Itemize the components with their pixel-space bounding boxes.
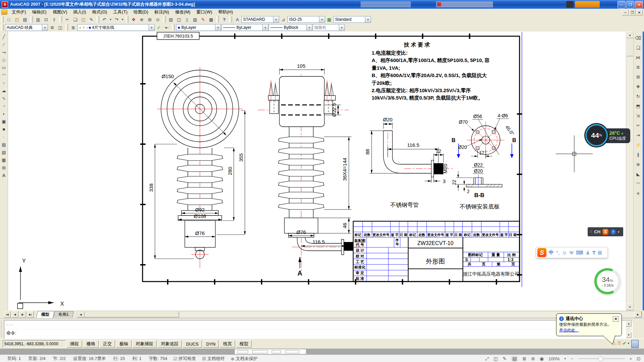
tab-prev-button[interactable]: ◀ xyxy=(11,311,18,318)
dyn-toggle[interactable]: DYN xyxy=(203,340,219,348)
layer-previous-button[interactable]: ⇤ xyxy=(163,24,171,32)
menu-format[interactable]: 格式(O) xyxy=(89,9,110,15)
text-style-combo[interactable]: STANDARD xyxy=(241,16,279,23)
sogou-toolbar[interactable]: S 中 °, ☺ Ψ ⌨ ♟ T ⊞ xyxy=(536,247,608,258)
join-button[interactable]: ⊕ xyxy=(634,161,642,168)
make-layer-current-button[interactable]: ✓ xyxy=(155,24,163,32)
coordinate-readout[interactable]: 5416.3951, -683.3288, 0.0000 xyxy=(3,340,66,348)
cpu-usage-gauge[interactable]: 44% xyxy=(585,124,608,146)
plot-style-combo[interactable]: 随颜色 xyxy=(313,24,345,31)
text-style-combo-arrow[interactable] xyxy=(273,16,279,22)
otrack-toggle[interactable]: 对象追踪 xyxy=(158,340,182,348)
zoom-in-button[interactable]: + xyxy=(630,356,632,361)
menu-draw[interactable]: 绘图(D) xyxy=(130,9,151,15)
wps-word-count[interactable]: 字数: 754 xyxy=(149,356,167,362)
layer-combo-arrow[interactable] xyxy=(149,24,154,31)
command-text-area[interactable]: . . . 命令: ▲ ▼ xyxy=(4,320,633,339)
dim-style-combo[interactable]: ISO-25 xyxy=(287,16,325,23)
toolbox-grid-icon[interactable]: ⊞ xyxy=(598,250,602,256)
polyline-button[interactable]: ↝ xyxy=(0,48,8,56)
scroll-up-arrow[interactable]: ▲ xyxy=(626,32,634,38)
chinese-mode-icon[interactable]: 中 xyxy=(549,249,554,256)
grid-toggle[interactable]: 栅格 xyxy=(83,340,99,348)
zoom-slider[interactable] xyxy=(578,358,625,359)
redo-dropdown[interactable]: ▾ xyxy=(121,18,124,21)
menu-tools[interactable]: 工具(T) xyxy=(110,9,130,15)
emoji-icon[interactable]: ☺ xyxy=(562,250,567,255)
network-speed-widget[interactable]: 34% ↓ 0.1K/s xyxy=(594,268,621,294)
menu-insert[interactable]: 插入(I) xyxy=(70,9,89,15)
redo-button[interactable]: ↷ xyxy=(113,16,120,23)
menu-window[interactable]: 窗口(W) xyxy=(194,9,215,15)
zoom-realtime-button[interactable]: ⊕ xyxy=(138,16,146,23)
overlay-tool-button[interactable] xyxy=(566,1,574,8)
undo-button[interactable]: ↶ xyxy=(101,16,108,23)
chamfer-button[interactable]: ◣ xyxy=(634,170,642,178)
array-button[interactable]: ⊞ xyxy=(634,73,642,81)
rotate-button[interactable]: ↻ xyxy=(634,93,642,100)
command-scroll-up[interactable]: ▲ xyxy=(626,321,632,326)
model-space-toggle[interactable]: 模型 xyxy=(236,340,252,348)
command-scroll-down[interactable]: ▼ xyxy=(626,332,632,338)
wps-proofread[interactable]: 文档校对 xyxy=(207,356,225,362)
scale-button[interactable]: ⬒ xyxy=(634,102,642,110)
outline-view-icon[interactable]: ≣ xyxy=(523,356,527,361)
workspace-combo-arrow[interactable] xyxy=(42,24,48,31)
command-window-grip[interactable] xyxy=(1,320,3,338)
hatch-button[interactable]: ▨ xyxy=(0,141,8,148)
linetype-combo[interactable]: ——— ByLayer xyxy=(221,24,268,31)
layer-combo[interactable]: ● ☀ ▪ ■ 4尺寸细实线 xyxy=(77,24,155,31)
wps-spellcheck[interactable]: 拼写检查 xyxy=(178,356,196,362)
erase-button[interactable]: ⌫ xyxy=(634,34,642,42)
construction-line-button[interactable]: ∕ xyxy=(0,41,8,48)
restore-button[interactable]: ❐ xyxy=(626,1,634,8)
language-indicator[interactable]: CH xyxy=(594,229,600,234)
mtext-button[interactable]: A xyxy=(0,172,8,179)
revcloud-button[interactable]: ☁ xyxy=(0,87,8,95)
publish-button[interactable]: ⇪ xyxy=(50,16,58,23)
color-combo-arrow[interactable] xyxy=(215,24,221,31)
soft-keyboard-icon[interactable]: ⌨ xyxy=(576,250,583,256)
menu-view[interactable]: 视图(V) xyxy=(50,9,70,15)
insert-block-button[interactable]: ▣ xyxy=(0,118,8,125)
point-button[interactable]: · xyxy=(0,133,8,141)
ellipse-button[interactable]: ◔ xyxy=(0,102,8,110)
extend-button[interactable]: ⇥ xyxy=(634,131,642,139)
designcenter-button[interactable]: ◫ xyxy=(175,16,183,23)
eye-protect-icon[interactable]: ◉ xyxy=(540,356,544,361)
fillet-button[interactable]: ◠ xyxy=(634,180,642,188)
plot-button[interactable]: ▥ xyxy=(34,16,42,23)
save-button[interactable]: ▤ xyxy=(21,16,29,23)
tray-dropdown-arrow[interactable]: ▾ xyxy=(628,342,629,345)
ime-help-icon[interactable]: ? xyxy=(610,229,616,235)
properties-palette-button[interactable]: ▤ xyxy=(167,16,175,23)
ellipse-arc-button[interactable]: ◗ xyxy=(0,110,8,118)
close-button[interactable]: ✕ xyxy=(635,1,643,8)
tool-palettes-button[interactable]: ▯ xyxy=(183,16,191,23)
menu-file[interactable]: 文件(F) xyxy=(9,9,29,15)
open-file-button[interactable]: ◰ xyxy=(13,16,21,23)
zoom-previous-button[interactable]: ⊙ xyxy=(154,16,162,23)
scroll-left-arrow[interactable]: ◀ xyxy=(77,311,85,317)
menu-dimension[interactable]: 标注(N) xyxy=(151,9,172,15)
command-prompt[interactable]: 命令: xyxy=(4,329,632,338)
scroll-right-arrow[interactable]: ▶ xyxy=(634,311,642,317)
zoom-window-button[interactable]: ⊞ xyxy=(146,16,154,23)
skin-shirt-icon[interactable]: T xyxy=(592,250,595,255)
drawing-canvas[interactable]: 川EH.760103.5 xyxy=(8,32,626,310)
polygon-button[interactable]: ◇ xyxy=(0,56,8,64)
new-file-button[interactable]: □ xyxy=(5,16,13,23)
language-bar[interactable]: ⠿ CH S ? ▾ xyxy=(588,227,623,236)
doc-minimize-button[interactable]: ─ xyxy=(622,9,629,15)
workspace-settings-icon[interactable]: ⚙ xyxy=(48,24,56,32)
menu-help[interactable]: 帮助(H) xyxy=(215,9,236,15)
ortho-toggle[interactable]: 正交 xyxy=(100,340,115,348)
skin-account-icon[interactable]: ♟ xyxy=(586,250,590,256)
circle-button[interactable]: ○ xyxy=(0,79,8,87)
line-button[interactable]: ╱ xyxy=(0,33,8,41)
move-button[interactable]: ✥ xyxy=(634,83,642,90)
tab-first-button[interactable]: |◀ xyxy=(4,311,11,318)
help-button[interactable]: ? xyxy=(220,16,228,23)
copy-clip-button[interactable]: ❏ xyxy=(71,16,79,23)
workspace-save-icon[interactable]: ◫ xyxy=(56,24,64,32)
